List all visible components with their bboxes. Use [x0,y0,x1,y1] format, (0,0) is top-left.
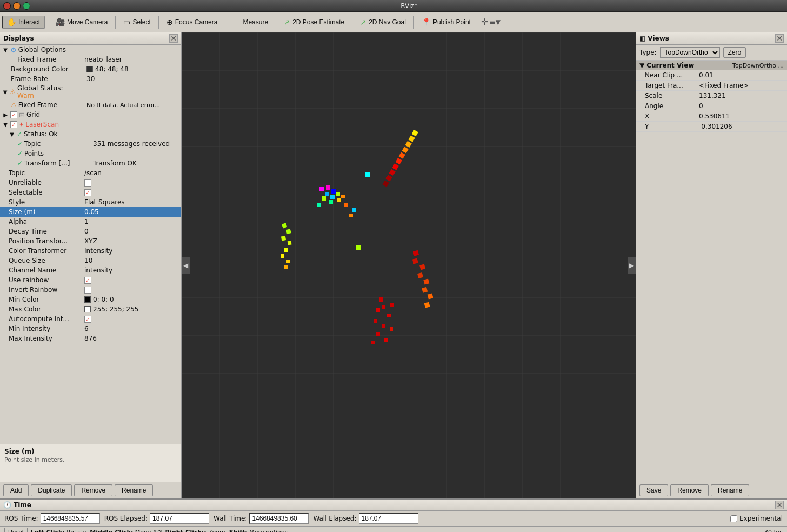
decay-time-row[interactable]: Decay Time 0 [0,227,181,236]
invert-rainbow-checkbox[interactable]: ✓ [84,287,91,294]
grid-row[interactable]: ▶ ✓ ⊞ Grid [0,110,181,119]
grid-checkbox[interactable]: ✓ [10,111,17,118]
x-row[interactable]: X 0.530611 [636,111,787,122]
scale-row[interactable]: Scale 131.321 [636,91,787,101]
rename-button[interactable]: Rename [115,484,153,496]
move-camera-button[interactable]: 🎥 Move Camera [51,16,112,29]
zero-button[interactable]: Zero [723,47,746,58]
current-view-header[interactable]: ▼ Current View TopDownOrtho ... [636,61,787,70]
focus-camera-button[interactable]: ⊕ Focus Camera [162,16,223,29]
color-transformer-label: Color Transformer [9,247,66,255]
status-ok-row[interactable]: ▼ ✓ Status: Ok [0,129,181,139]
window-controls[interactable] [3,2,30,10]
wall-elapsed-input[interactable] [359,513,418,524]
selectable-row[interactable]: Selectable ✓ [0,188,181,197]
points-status-row[interactable]: ✓ Points [0,149,181,158]
selectable-checkbox[interactable]: ✓ [84,189,91,196]
target-frame-row[interactable]: Target Fra... <Fixed Frame> [636,81,787,91]
transform-status-row[interactable]: ✓ Transform [...] Transform OK [0,158,181,168]
views-close-button[interactable]: ✕ [775,34,784,43]
global-status-expand[interactable]: ▼ [2,89,8,95]
views-icon: ◧ [639,35,645,42]
global-options-row[interactable]: ▼ ⚙ Global Options [0,45,181,55]
unreliable-row[interactable]: Unreliable ✓ [0,178,181,188]
displays-tree[interactable]: ▼ ⚙ Global Options Fixed Frame neato_las… [0,45,181,444]
minimize-button[interactable] [13,2,21,10]
global-status-icon: ⚠ [10,88,16,96]
autocompute-checkbox[interactable]: ✓ [84,316,91,323]
viewport-scroll-left[interactable]: ◀ [182,257,190,274]
measure-button[interactable]: ― Measure [228,16,273,29]
time-close-button[interactable]: ✕ [775,501,784,509]
angle-row[interactable]: Angle 0 [636,101,787,111]
viewport-scroll-right[interactable]: ▶ [628,257,636,274]
interact-button[interactable]: ✋ Interact [2,16,45,29]
channel-name-row[interactable]: Channel Name intensity [0,265,181,275]
use-rainbow-checkbox[interactable]: ✓ [84,277,91,284]
maximize-button[interactable] [23,2,30,10]
experimental-checkbox[interactable] [730,515,737,522]
views-save-button[interactable]: Save [639,484,668,496]
decay-time-label: Decay Time [9,228,47,235]
unreliable-checkbox[interactable]: ✓ [84,179,91,187]
size-row[interactable]: Size (m) 0.05 [0,207,181,217]
reset-button[interactable]: Reset [4,528,28,532]
remove-button[interactable]: Remove [74,484,112,496]
near-clip-row[interactable]: Near Clip ... 0.01 [636,70,787,81]
displays-close-button[interactable]: ✕ [169,34,178,43]
ros-elapsed-input[interactable] [150,513,209,524]
style-row[interactable]: Style Flat Squares [0,197,181,207]
laser-scan-row[interactable]: ▼ ✓ ✦ LaserScan [0,119,181,129]
2d-pose-button[interactable]: ↗ 2D Pose Estimate [279,16,349,29]
use-rainbow-row[interactable]: Use rainbow ✓ [0,275,181,285]
global-status-row[interactable]: ▼ ⚠ Global Status: Warn [0,84,181,100]
grid-label: Grid [26,111,40,118]
invert-rainbow-row[interactable]: Invert Rainbow ✓ [0,285,181,295]
views-rename-button[interactable]: Rename [711,484,749,496]
fixed-frame-warn-row[interactable]: ⚠ Fixed Frame No tf data. Actual error..… [0,100,181,110]
extra-icon-arrow[interactable]: ▬▼ [489,18,501,26]
close-button[interactable] [3,2,11,10]
autocompute-label: Autocompute Int... [9,315,69,323]
duplicate-button[interactable]: Duplicate [31,484,72,496]
color-transformer-row[interactable]: Color Transformer Intensity [0,246,181,256]
max-color-row[interactable]: Max Color 255; 255; 255 [0,304,181,314]
wall-time-input[interactable] [249,513,309,524]
fixed-frame-row[interactable]: Fixed Frame neato_laser [0,55,181,64]
laser-scan-checkbox[interactable]: ✓ [10,121,17,128]
alpha-row[interactable]: Alpha 1 [0,217,181,227]
publish-point-button[interactable]: 📍 Publish Point [417,16,476,29]
autocompute-row[interactable]: Autocompute Int... ✓ [0,314,181,324]
queue-size-row[interactable]: Queue Size 10 [0,256,181,265]
wall-elapsed-field: Wall Elapsed: [313,513,418,524]
min-intensity-row[interactable]: Min Intensity 6 [0,324,181,334]
views-remove-button[interactable]: Remove [670,484,709,496]
laser-scan-expand[interactable]: ▼ [2,122,9,128]
status-ok-expand[interactable]: ▼ [9,131,15,137]
ros-time-input[interactable] [41,513,100,524]
grid-icon: ⊞ [19,111,25,119]
select-button[interactable]: ▭ Select [118,16,155,29]
max-intensity-row[interactable]: Max Intensity 876 [0,334,181,343]
topic-status-row[interactable]: ✓ Topic 351 messages received [0,139,181,149]
add-button[interactable]: Add [3,484,29,496]
min-color-label: Min Color [9,296,39,303]
3d-viewport[interactable]: ◀ ▶ [182,32,636,498]
min-color-row[interactable]: Min Color 0; 0; 0 [0,295,181,304]
topic-check-icon: ✓ [17,140,23,148]
2d-nav-button[interactable]: ↗ 2D Nav Goal [355,16,411,29]
frame-rate-row[interactable]: Frame Rate 30 [0,74,181,84]
move-camera-label: Move Camera [67,18,108,26]
position-transform-row[interactable]: Position Transfor... XYZ [0,236,181,246]
global-options-expand[interactable]: ▼ [2,47,9,53]
type-select[interactable]: TopDownOrtho [660,47,720,58]
topic-row[interactable]: Topic /scan [0,168,181,178]
grid-expand[interactable]: ▶ [2,112,9,118]
toolbar: ✋ Interact 🎥 Move Camera ▭ Select ⊕ Focu… [0,12,787,32]
toolbar-separator-5 [276,16,276,29]
extra-icon-plus[interactable]: ✛ [481,17,488,27]
background-color-row[interactable]: Background Color 48; 48; 48 [0,64,181,74]
max-color-value: 255; 255; 255 [93,305,138,313]
y-row[interactable]: Y -0.301206 [636,122,787,132]
canvas-area[interactable]: ◀ ▶ [182,32,636,498]
